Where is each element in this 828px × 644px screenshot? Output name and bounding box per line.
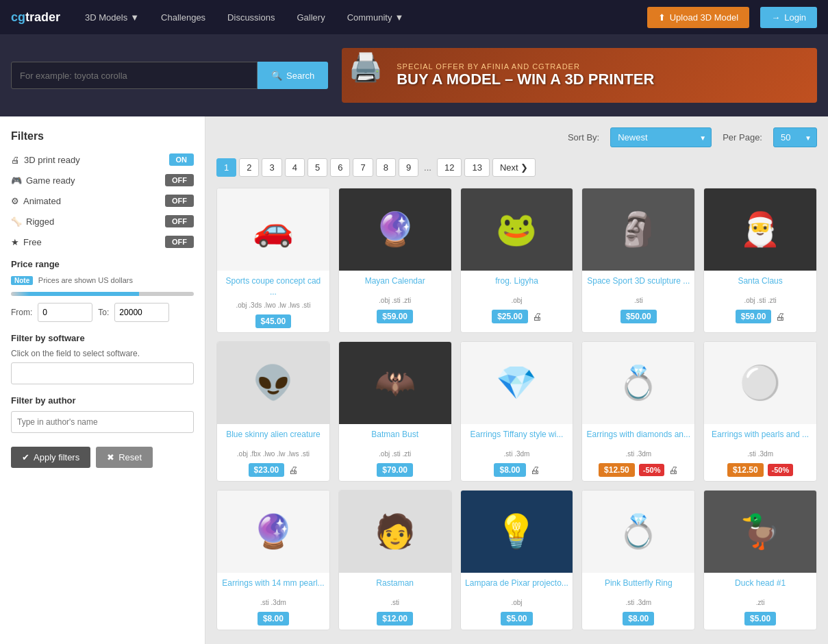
filters-title: Filters	[11, 130, 194, 143]
nav-link-3dmodels[interactable]: 3D Models ▼	[77, 0, 147, 34]
price-badge: $59.00	[377, 310, 413, 323]
animated-toggle[interactable]: OFF	[165, 195, 194, 207]
content-controls: Sort By: Newest Price: Low to High Price…	[216, 127, 817, 147]
price-slider[interactable]	[11, 292, 194, 296]
per-page-select[interactable]: 10 25 50 100	[773, 127, 817, 147]
print-icon[interactable]: 🖨	[775, 311, 785, 322]
product-grid: 🚗 Sports coupe concept cad ... .obj .3ds…	[216, 188, 817, 630]
page-btn-1[interactable]: 1	[216, 158, 236, 177]
product-card: 🦇 Batman Bust .obj .sti .zti $79.00	[338, 341, 452, 482]
print-icon[interactable]: 🖨	[668, 465, 678, 475]
product-price-row: $23.00🖨	[217, 459, 329, 481]
page-btn-3[interactable]: 3	[262, 158, 281, 177]
apply-filters-button[interactable]: ✔ Apply filters	[11, 447, 90, 468]
price-badge: $23.00	[249, 463, 285, 477]
product-price-row: $8.00	[582, 608, 694, 630]
print-icon[interactable]: 🖨	[532, 311, 542, 322]
product-formats: .sti	[339, 597, 451, 608]
nav-link-gallery[interactable]: Gallery	[288, 0, 333, 34]
product-price-row: $59.00🖨	[704, 306, 816, 327]
product-title[interactable]: Mayan Calendar	[339, 271, 451, 295]
product-price-row: $5.00	[704, 608, 816, 630]
product-title[interactable]: frog. Ligyha	[461, 271, 573, 295]
page-btn-7[interactable]: 7	[353, 158, 373, 177]
print-icon[interactable]: 🖨	[530, 465, 540, 475]
software-input[interactable]	[11, 362, 194, 384]
free-toggle[interactable]: OFF	[165, 236, 194, 248]
to-label: To:	[98, 308, 109, 317]
product-price-row: $45.00	[217, 310, 329, 332]
price-range-label: Price range	[11, 259, 194, 269]
nav-link-challenges[interactable]: Challenges	[153, 0, 214, 34]
product-card: 💍 Earrings with diamonds an... .sti .3dm…	[581, 341, 695, 482]
page-btn-next[interactable]: Next ❯	[492, 158, 536, 177]
page-btn-5[interactable]: 5	[308, 158, 327, 177]
product-title[interactable]: Rastaman	[339, 573, 451, 597]
product-price-row: $8.00	[217, 608, 329, 630]
from-label: From:	[11, 308, 32, 317]
page-btn-4[interactable]: 4	[285, 158, 305, 177]
product-title[interactable]: Earrings with pearls and ...	[704, 424, 816, 449]
product-card: 🦆 Duck head #1 .zti $5.00	[703, 490, 817, 630]
product-title[interactable]: Lampara de Pixar projecto...	[461, 573, 573, 597]
product-title[interactable]: Space Sport 3D sculpture ...	[582, 271, 694, 295]
product-price-row: $12.50-50%🖨	[582, 459, 694, 481]
page-btn-12[interactable]: 12	[437, 158, 462, 177]
search-input[interactable]	[11, 62, 258, 89]
product-title[interactable]: Earrings with diamonds an...	[582, 424, 694, 449]
search-button[interactable]: 🔍 Search	[258, 62, 328, 89]
per-page-select-wrap: 10 25 50 100	[773, 127, 817, 147]
print-icon[interactable]: 🖨	[288, 465, 298, 475]
rigged-toggle[interactable]: OFF	[165, 215, 194, 227]
page-btn-13[interactable]: 13	[464, 158, 489, 177]
product-price-row: $59.00	[339, 306, 451, 327]
note-badge: Note	[11, 276, 33, 285]
product-image: 💎	[461, 342, 573, 424]
author-input[interactable]	[11, 411, 194, 433]
reset-filters-button[interactable]: ✖ Reset	[96, 447, 153, 468]
product-title[interactable]: Sports coupe concept cad ...	[217, 271, 329, 300]
product-title[interactable]: Earrings with 14 mm pearl...	[217, 573, 329, 597]
page-btn-9[interactable]: 9	[399, 158, 418, 177]
page-btn-8[interactable]: 8	[376, 158, 396, 177]
product-image: 🦇	[339, 342, 451, 424]
product-card: 💎 Earrings Tiffany style wi... .sti .3dm…	[460, 341, 574, 482]
product-price-row: $79.00	[339, 459, 451, 481]
product-title[interactable]: Pink Butterfly Ring	[582, 573, 694, 597]
login-button[interactable]: → Login	[760, 7, 817, 28]
product-image: 👽	[217, 342, 329, 424]
product-card: 💍 Pink Butterfly Ring .sti .3dm $8.00	[581, 490, 695, 630]
product-formats: .obj .fbx .lwo .lw .lws .sti	[217, 449, 329, 459]
product-card: 🔮 Earrings with 14 mm pearl... .sti .3dm…	[216, 490, 330, 630]
price-to-input[interactable]	[114, 303, 169, 322]
product-formats: .sti .3dm	[704, 449, 816, 459]
product-title[interactable]: Blue skinny alien creature	[217, 424, 329, 449]
product-title[interactable]: Batman Bust	[339, 424, 451, 449]
product-title[interactable]: Earrings Tiffany style wi...	[461, 424, 573, 449]
upload-button[interactable]: ⬆ Upload 3D Model	[647, 7, 749, 28]
banner-image: 🖨️	[349, 51, 383, 84]
price-badge: $50.00	[620, 310, 657, 323]
search-section: 🔍 Search 🖨️ SPECIAL OFFER BY AFINIA AND …	[0, 34, 828, 116]
product-price-row: $8.00🖨	[461, 459, 573, 481]
logo: cgtrader	[11, 10, 60, 25]
upload-icon: ⬆	[658, 12, 666, 23]
product-title[interactable]: Duck head #1	[704, 573, 816, 597]
product-price-row: $12.50-50%	[704, 459, 816, 481]
logo-trader: trader	[25, 10, 60, 24]
price-badge: $79.00	[377, 463, 413, 477]
game-ready-toggle[interactable]: OFF	[165, 174, 194, 186]
page-btn-6[interactable]: 6	[330, 158, 350, 177]
product-image: 🧑	[339, 491, 451, 573]
page-btn-2[interactable]: 2	[239, 158, 259, 177]
filter-rigged: 🦴 Rigged OFF	[11, 215, 194, 227]
price-from-input[interactable]	[38, 303, 92, 322]
product-price-row: $50.00	[582, 306, 694, 327]
product-title[interactable]: Santa Claus	[704, 271, 816, 295]
print-ready-toggle[interactable]: ON	[169, 153, 195, 166]
nav-link-community[interactable]: Community ▼	[339, 0, 412, 34]
product-price-row: $5.00	[461, 608, 573, 630]
nav-link-discussions[interactable]: Discussions	[219, 0, 283, 34]
author-filter-label: Filter by author	[11, 395, 194, 406]
sort-select[interactable]: Newest Price: Low to High Price: High to…	[610, 127, 712, 147]
